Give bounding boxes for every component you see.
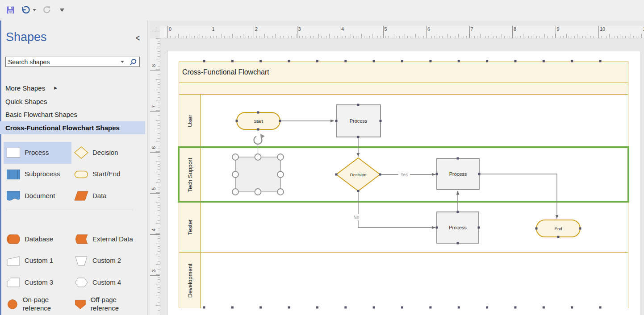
gallery-item-data[interactable]: Data	[71, 185, 139, 207]
lane-label: Development	[186, 263, 193, 298]
flowchart-container[interactable]: Cross-Functional Flowchart User Tech Sup…	[179, 62, 628, 308]
gallery-item-label: Decision	[92, 149, 118, 157]
gallery-item-subprocess[interactable]: Subprocess	[4, 164, 71, 186]
gallery-item-label: Custom 4	[92, 278, 121, 287]
gallery-item-label: Off-page reference	[91, 296, 139, 313]
undo-dropdown-button[interactable]	[31, 4, 38, 16]
subprocess-shape-icon	[6, 168, 21, 181]
save-button[interactable]	[4, 4, 16, 16]
stencil-nav-quick-shapes[interactable]: Quick Shapes	[0, 95, 145, 108]
ruler-number: 8	[512, 26, 516, 32]
lane-header[interactable]: Tech Support	[179, 148, 201, 202]
nav-item-label: More Shapes	[5, 82, 45, 95]
ruler-number: 3	[297, 26, 301, 32]
lane-label: Tech Support	[186, 158, 193, 192]
stencil-nav-more-shapes[interactable]: More Shapes▶	[0, 82, 145, 95]
gallery-item-on-page-reference[interactable]: On-page reference	[4, 294, 71, 315]
swimlane-development[interactable]: Development	[179, 253, 628, 308]
submenu-arrow-icon: ▶	[54, 82, 57, 95]
stencil-nav-basic-flowchart-shapes[interactable]: Basic Flowchart Shapes	[0, 108, 145, 121]
ruler-number: 10	[598, 26, 605, 32]
database-shape-icon	[6, 233, 21, 245]
gallery-item-decision[interactable]: Decision	[71, 142, 139, 164]
gallery-item-custom-4[interactable]: Custom 4	[71, 272, 139, 294]
off-page-reference-shape-icon	[74, 298, 87, 311]
ruler-number: 7	[469, 26, 473, 32]
search-input[interactable]	[6, 58, 118, 66]
ruler-number: 8	[151, 62, 156, 69]
stencil-nav-cross-functional-flowchart-shapes[interactable]: Cross-Functional Flowchart Shapes	[0, 121, 145, 135]
gallery-item-off-page-reference[interactable]: Off-page reference	[71, 294, 139, 315]
search-icon	[129, 58, 137, 66]
gallery-item-label: On-page reference	[23, 296, 71, 313]
customize-quick-access-button[interactable]	[56, 4, 68, 16]
shapes-panel: Shapes < More Shapes▶Quick ShapesBasic F…	[0, 21, 147, 315]
nav-item-label: Basic Flowchart Shapes	[5, 108, 77, 121]
gallery-item-start-end[interactable]: Start/End	[71, 164, 139, 186]
gallery-item-document[interactable]: Document	[4, 185, 71, 207]
flowchart-title-band[interactable]: Cross-Functional Flowchart	[179, 62, 628, 83]
document-shape-icon	[6, 190, 21, 202]
ruler-tick	[150, 275, 160, 276]
data-shape-icon	[74, 190, 88, 202]
swimlanes: User Tech Support Tester Development	[179, 95, 628, 308]
lane-header[interactable]: Tester	[179, 202, 201, 252]
flowchart-phase-band[interactable]	[179, 83, 628, 95]
ruler-number: 1	[211, 26, 215, 32]
gallery-item-label: Custom 1	[25, 257, 53, 265]
on-page-reference-shape-icon	[6, 298, 19, 311]
custom-3-shape-icon	[6, 276, 21, 289]
gallery-item-label: Custom 3	[25, 278, 53, 287]
search-dropdown-button[interactable]	[118, 61, 127, 63]
swimlane-user[interactable]: User	[179, 95, 628, 148]
gallery-item-custom-1[interactable]: Custom 1	[4, 250, 71, 272]
undo-icon	[21, 5, 30, 15]
search-button[interactable]	[127, 58, 139, 66]
nav-item-label: Cross-Functional Flowchart Shapes	[5, 121, 120, 135]
gallery-item-process[interactable]: Process	[4, 142, 71, 164]
shape-gallery: ProcessDecisionSubprocessStart/EndDocume…	[4, 142, 143, 315]
collapse-panel-button[interactable]: <	[136, 33, 140, 43]
horizontal-ruler: 01234567891011	[160, 26, 644, 38]
ruler-number: 2	[254, 26, 258, 32]
ruler-number: 9	[556, 26, 560, 32]
visio-window: Shapes < More Shapes▶Quick ShapesBasic F…	[0, 0, 644, 315]
lane-body[interactable]	[201, 253, 628, 308]
gallery-item-label: Document	[25, 192, 55, 200]
ruler-number: 6	[426, 26, 430, 32]
redo-button[interactable]	[41, 4, 53, 16]
gallery-item-custom-3[interactable]: Custom 3	[4, 272, 71, 294]
stencil-nav-list: More Shapes▶Quick ShapesBasic Flowchart …	[0, 82, 145, 134]
gallery-item-label: Data	[92, 192, 107, 200]
ruler-tick	[150, 234, 160, 235]
gallery-item-label: Start/End	[92, 170, 121, 178]
lane-label: User	[186, 115, 193, 127]
gallery-item-custom-2[interactable]: Custom 2	[71, 250, 139, 272]
gallery-item-label: Process	[25, 149, 49, 157]
swimlane-tester[interactable]: Tester	[179, 202, 628, 253]
lane-body[interactable]	[201, 148, 628, 202]
lane-body[interactable]	[201, 95, 628, 147]
custom-4-shape-icon	[74, 276, 88, 289]
ruler-number: 4	[340, 26, 344, 32]
swimlane-tech-support[interactable]: Tech Support	[179, 148, 628, 202]
undo-button[interactable]	[20, 4, 31, 16]
process-shape-icon	[6, 146, 21, 159]
lane-header[interactable]: Development	[179, 253, 201, 308]
decision-shape-icon	[74, 146, 88, 159]
gallery-item-database[interactable]: Database	[4, 228, 71, 250]
lane-body[interactable]	[201, 202, 628, 252]
gallery-item-external-data[interactable]: External Data	[71, 228, 139, 250]
lane-label: Tester	[186, 219, 193, 235]
external-data-shape-icon	[74, 233, 88, 245]
save-icon	[6, 6, 15, 14]
ruler-number: 0	[167, 26, 171, 32]
redo-icon	[42, 5, 52, 15]
ruler-number: 5	[383, 26, 387, 32]
lane-header[interactable]: User	[179, 95, 201, 147]
chevron-down-icon	[33, 9, 36, 11]
ruler-number: 6	[151, 145, 156, 151]
gallery-item-label: Custom 2	[92, 257, 121, 265]
ruler-number: 5	[151, 186, 156, 192]
ruler-tick	[150, 152, 160, 153]
